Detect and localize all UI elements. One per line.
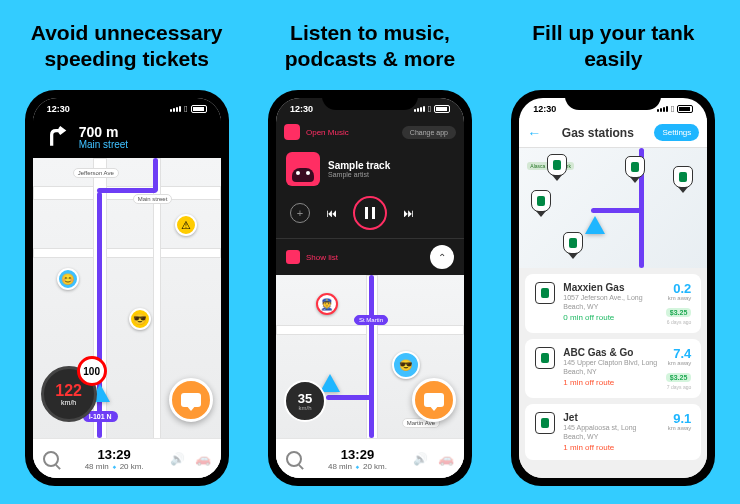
station-route-offset: 1 min off route (563, 378, 657, 387)
play-pause-button[interactable] (353, 196, 387, 230)
nav-distance: 700 m (79, 125, 211, 139)
eta-display[interactable]: 13:29 48 min⬥20 km. (69, 447, 160, 471)
police-pin[interactable]: 👮 (316, 293, 338, 315)
signal-icon (170, 106, 181, 112)
panel-music: Listen to music, podcasts & more 12:30 􀙇… (259, 18, 480, 486)
speed-limit-sign: 100 (77, 356, 107, 386)
street-label: Main street (133, 194, 173, 204)
gas-station-card[interactable]: ABC Gas & Go 145 Upper Clapton Blvd, Lon… (525, 339, 701, 398)
music-app-icon (284, 124, 300, 140)
waze-pin[interactable]: 😎 (392, 351, 420, 379)
turn-right-icon (43, 124, 69, 150)
panel-gas: Fill up your tank easily 12:30 􀙇 ← Gas s… (503, 18, 724, 486)
waze-pin[interactable]: 😊 (57, 268, 79, 290)
eta-display[interactable]: 13:29 48 min⬥20 km. (312, 447, 403, 471)
current-location-icon (585, 216, 605, 234)
gas-header: ← Gas stations Settings (519, 118, 707, 148)
album-art (286, 152, 320, 186)
carpool-icon[interactable]: 🚗 (438, 451, 454, 466)
gas-map[interactable]: Alasca Plaza Park (519, 148, 707, 268)
now-playing[interactable]: Sample track Sample artist (276, 146, 464, 192)
current-speed: 122 (55, 383, 82, 399)
gas-station-pin[interactable] (563, 232, 583, 254)
headline-3: Fill up your tank easily (503, 18, 724, 74)
wifi-icon: 􀙇 (671, 104, 674, 114)
speed-unit: km/h (298, 405, 311, 411)
street-label: St Martin (354, 315, 388, 325)
station-distance: 9.1 (668, 412, 692, 425)
signal-icon (657, 106, 668, 112)
wifi-icon: 􀙇 (428, 104, 431, 114)
report-button[interactable] (169, 378, 213, 422)
gas-station-list[interactable]: Maxxien Gas 1057 Jeferson Ave., Long Bea… (519, 268, 707, 478)
prev-track-button[interactable]: ⏮ (319, 201, 343, 225)
station-distance-unit: km away (666, 360, 692, 366)
bottom-bar: 13:29 48 min⬥20 km. 🔊 🚗 (276, 438, 464, 478)
battery-icon (191, 105, 207, 113)
phone-frame-2: 12:30 􀙇 Open Music Change app Sample tra… (268, 90, 472, 486)
wifi-icon: 􀙇 (184, 104, 187, 114)
gas-pump-icon (535, 282, 555, 304)
station-name: Maxxien Gas (563, 282, 657, 293)
waze-pin[interactable]: 😎 (129, 308, 151, 330)
battery-icon (434, 105, 450, 113)
headline-1: Avoid unnecessary speeding tickets (16, 18, 237, 74)
speedometer[interactable]: 122 km/h 100 (41, 360, 103, 422)
station-route-offset: 1 min off route (563, 443, 659, 452)
nav-street: Main street (79, 139, 211, 150)
track-name: Sample track (328, 160, 454, 171)
next-track-button[interactable]: ⏭ (396, 201, 420, 225)
station-distance-unit: km away (666, 295, 692, 301)
show-list-button[interactable]: Show list (306, 253, 424, 262)
hazard-pin[interactable]: ⚠ (175, 214, 197, 236)
station-distance: 7.4 (666, 347, 692, 360)
panel-speeding: Avoid unnecessary speeding tickets 12:30… (16, 18, 237, 486)
station-address: 145 Upper Clapton Blvd, Long Beach, NY (563, 358, 657, 376)
bottom-bar: 13:29 48 min⬥20 km. 🔊 🚗 (33, 438, 221, 478)
report-button[interactable] (412, 378, 456, 422)
page-title: Gas stations (549, 126, 646, 140)
price-updated: 6 days ago (666, 319, 692, 325)
phone-frame-3: 12:30 􀙇 ← Gas stations Settings Alasca P… (511, 90, 715, 486)
speed-unit: km/h (61, 399, 76, 406)
station-name: Jet (563, 412, 659, 423)
map-view[interactable]: Jefferson Ave Main street ⚠ 😊 😎 I-101 N … (33, 158, 221, 478)
expand-button[interactable]: ⌃ (430, 245, 454, 269)
station-distance-unit: km away (668, 425, 692, 431)
headline-2: Listen to music, podcasts & more (259, 18, 480, 74)
settings-button[interactable]: Settings (654, 124, 699, 141)
station-address: 1057 Jeferson Ave., Long Beach, WY (563, 293, 657, 311)
status-time: 12:30 (47, 104, 70, 114)
current-speed: 35 (298, 392, 312, 405)
change-app-button[interactable]: Change app (402, 126, 456, 139)
music-app-name[interactable]: Open Music (306, 128, 396, 137)
gas-pump-icon (535, 412, 555, 434)
carpool-icon[interactable]: 🚗 (195, 451, 211, 466)
station-route-offset: 0 min off route (563, 313, 657, 322)
station-address: 145 Appaloosa st, Long Beach, WY (563, 423, 659, 441)
sound-icon[interactable]: 🔊 (170, 452, 185, 466)
speedometer[interactable]: 35 km/h (284, 380, 326, 422)
street-label: Jefferson Ave (73, 168, 119, 178)
search-icon[interactable] (286, 451, 302, 467)
add-track-button[interactable]: + (290, 203, 310, 223)
gas-station-card[interactable]: Maxxien Gas 1057 Jeferson Ave., Long Bea… (525, 274, 701, 333)
gas-station-pin[interactable] (625, 156, 645, 178)
search-icon[interactable] (43, 451, 59, 467)
playlist-icon (286, 250, 300, 264)
status-time: 12:30 (533, 104, 556, 114)
station-name: ABC Gas & Go (563, 347, 657, 358)
gas-station-pin[interactable] (547, 154, 567, 176)
track-artist: Sample artist (328, 171, 454, 178)
nav-direction-banner[interactable]: 700 m Main street (33, 118, 221, 158)
gas-pump-icon (535, 347, 555, 369)
sound-icon[interactable]: 🔊 (413, 452, 428, 466)
station-distance: 0.2 (666, 282, 692, 295)
status-time: 12:30 (290, 104, 313, 114)
back-button[interactable]: ← (527, 125, 541, 141)
phone-frame-1: 12:30 􀙇 700 m Main street (25, 90, 229, 486)
gas-station-card[interactable]: Jet 145 Appaloosa st, Long Beach, WY 1 m… (525, 404, 701, 460)
gas-station-pin[interactable] (673, 166, 693, 188)
price-updated: 7 days ago (666, 384, 692, 390)
gas-station-pin[interactable] (531, 190, 551, 212)
